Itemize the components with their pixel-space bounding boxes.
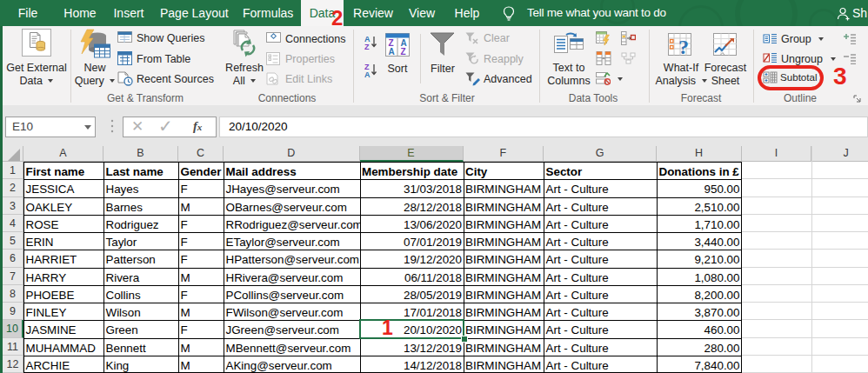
svg-text:A: A	[389, 47, 395, 57]
svg-text:Z: Z	[401, 47, 406, 57]
svg-text:?: ?	[678, 36, 689, 58]
svg-text:Z: Z	[364, 43, 370, 50]
svg-text:A: A	[364, 70, 371, 78]
